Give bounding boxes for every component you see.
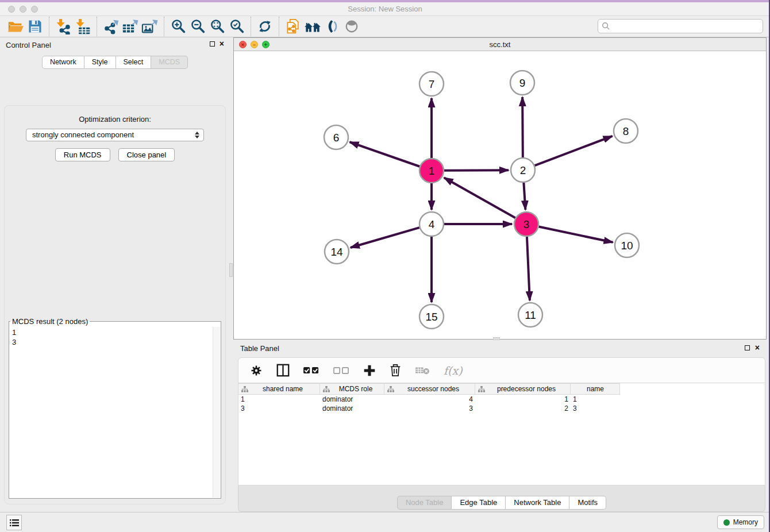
cell-successor-nodes: 4 bbox=[384, 395, 475, 403]
mcds-panel: Optimization criterion: strongly connect… bbox=[4, 105, 226, 504]
optimization-select-value: strongly connected component bbox=[32, 130, 134, 139]
graph-edge-3-10[interactable] bbox=[539, 227, 613, 242]
tab-style[interactable]: Style bbox=[84, 56, 116, 69]
cell-predecessor-nodes: 1 bbox=[475, 395, 571, 403]
cell-mcds-role: dominator bbox=[320, 404, 384, 413]
graph-edge-3-1[interactable] bbox=[444, 178, 515, 218]
zoom-fit-icon[interactable] bbox=[207, 17, 227, 36]
close-panel-button[interactable]: Close panel bbox=[118, 148, 175, 161]
graph-node-label: 15 bbox=[425, 311, 437, 323]
network-graph[interactable]: 1234678910111415 bbox=[234, 51, 766, 339]
column-header-predecessor-nodes[interactable]: predecessor nodes bbox=[475, 384, 571, 394]
mcds-result-text[interactable]: 1 3 bbox=[10, 327, 220, 498]
graph-edge-1-2[interactable] bbox=[444, 170, 509, 171]
graph-node-label: 1 bbox=[429, 165, 435, 177]
graph-node-label: 8 bbox=[623, 125, 629, 137]
tab-mcds[interactable]: MCDS bbox=[151, 56, 188, 69]
graph-node-label: 3 bbox=[523, 218, 530, 230]
graph-node-label: 7 bbox=[429, 78, 435, 90]
network-overview-icon[interactable] bbox=[303, 17, 322, 36]
network-canvas[interactable]: 1234678910111415 bbox=[234, 51, 766, 339]
memory-button[interactable]: Memory bbox=[717, 515, 764, 529]
node-table[interactable]: shared name MCDS role successor nodes pr… bbox=[238, 383, 765, 485]
main-toolbar bbox=[0, 16, 770, 37]
tab-select[interactable]: Select bbox=[116, 56, 152, 69]
control-panel: Control Panel × Network Style Select MCD… bbox=[0, 37, 230, 512]
toolbar-separator bbox=[251, 17, 251, 36]
table-header-row: shared name MCDS role successor nodes pr… bbox=[238, 383, 620, 395]
zoom-selected-icon[interactable] bbox=[227, 17, 247, 36]
maximize-network-icon[interactable]: + bbox=[262, 41, 270, 48]
result-line: 1 bbox=[12, 327, 218, 337]
network-window-title: scc.txt bbox=[234, 38, 766, 49]
close-network-icon[interactable]: × bbox=[239, 41, 247, 48]
save-session-icon[interactable] bbox=[25, 17, 45, 36]
network-window: × − + scc.txt 1234678910111415 bbox=[233, 37, 767, 340]
clone-network-icon[interactable] bbox=[283, 17, 303, 36]
zoom-out-icon[interactable] bbox=[188, 17, 207, 36]
network-window-titlebar[interactable]: × − + scc.txt bbox=[234, 38, 766, 51]
float-panel-icon[interactable] bbox=[210, 41, 215, 47]
tab-network[interactable]: Network bbox=[42, 56, 84, 69]
refresh-layout-icon[interactable] bbox=[255, 17, 275, 36]
graph-edge-3-11[interactable] bbox=[527, 237, 530, 300]
function-builder-icon[interactable]: f(x) bbox=[444, 363, 463, 378]
tab-node-table[interactable]: Node Table bbox=[397, 496, 452, 510]
add-column-icon[interactable] bbox=[363, 363, 376, 378]
float-table-panel-icon[interactable] bbox=[745, 345, 750, 350]
delete-columns-icon[interactable] bbox=[390, 363, 401, 378]
run-mcds-button[interactable]: Run MCDS bbox=[55, 148, 110, 161]
minimize-network-icon[interactable]: − bbox=[251, 41, 258, 48]
export-image-icon[interactable] bbox=[140, 17, 160, 36]
close-table-panel-icon[interactable]: × bbox=[755, 345, 760, 350]
column-type-icon bbox=[387, 386, 394, 392]
tab-network-table[interactable]: Network Table bbox=[506, 496, 569, 510]
select-all-columns-icon[interactable] bbox=[303, 363, 319, 378]
app-title: Session: New Session bbox=[0, 5, 770, 13]
optimization-select[interactable]: strongly connected component bbox=[26, 129, 204, 141]
cell-name: 3 bbox=[571, 404, 620, 413]
import-network-icon[interactable] bbox=[53, 17, 73, 36]
search-input[interactable] bbox=[610, 21, 763, 32]
graph-node-label: 11 bbox=[525, 309, 536, 321]
graph-node-label: 2 bbox=[520, 164, 526, 176]
graph-edge-2-3[interactable] bbox=[523, 183, 525, 210]
delete-table-icon[interactable] bbox=[415, 363, 430, 378]
table-toolbar: f(x) bbox=[238, 357, 765, 383]
cell-shared-name: 1 bbox=[238, 395, 320, 403]
search-box[interactable] bbox=[598, 19, 763, 33]
result-scrollbar[interactable] bbox=[213, 327, 220, 498]
control-panel-tabs: Network Style Select MCDS bbox=[0, 56, 230, 69]
column-header-name[interactable]: name bbox=[571, 384, 620, 394]
graph-edge-2-9[interactable] bbox=[522, 97, 523, 157]
settings-gear-icon[interactable] bbox=[250, 363, 263, 378]
style-brush-icon[interactable] bbox=[322, 17, 342, 36]
column-header-shared-name[interactable]: shared name bbox=[238, 384, 320, 394]
vertical-splitter-handle[interactable] bbox=[229, 263, 233, 277]
cell-mcds-role: dominator bbox=[320, 395, 384, 403]
tab-motifs[interactable]: Motifs bbox=[569, 496, 606, 510]
export-table-icon[interactable] bbox=[121, 17, 140, 36]
import-table-icon[interactable] bbox=[73, 17, 93, 36]
table-panel-title: Table Panel bbox=[240, 344, 279, 353]
open-session-icon[interactable] bbox=[6, 17, 25, 36]
cell-name: 1 bbox=[571, 395, 620, 403]
graph-edge-2-8[interactable] bbox=[535, 136, 613, 165]
tab-edge-table[interactable]: Edge Table bbox=[452, 496, 506, 510]
task-history-button[interactable] bbox=[6, 515, 22, 530]
horizontal-splitter-handle[interactable] bbox=[493, 337, 500, 340]
export-network-icon[interactable] bbox=[101, 17, 121, 36]
column-header-mcds-role[interactable]: MCDS role bbox=[320, 384, 384, 394]
graph-edge-4-14[interactable] bbox=[351, 228, 419, 248]
unselect-all-columns-icon[interactable] bbox=[333, 363, 349, 378]
table-row[interactable]: 3 dominator 3 2 3 bbox=[238, 404, 620, 413]
table-row[interactable]: 1 dominator 4 1 1 bbox=[238, 395, 620, 404]
eye-icon[interactable] bbox=[342, 17, 361, 36]
status-bar: Memory bbox=[0, 512, 770, 532]
app-titlebar: Session: New Session bbox=[0, 2, 770, 16]
column-header-successor-nodes[interactable]: successor nodes bbox=[384, 384, 475, 394]
zoom-in-icon[interactable] bbox=[168, 17, 188, 36]
show-columns-icon[interactable] bbox=[276, 363, 290, 378]
graph-edge-1-6[interactable] bbox=[350, 142, 420, 166]
close-panel-icon[interactable]: × bbox=[220, 41, 224, 47]
